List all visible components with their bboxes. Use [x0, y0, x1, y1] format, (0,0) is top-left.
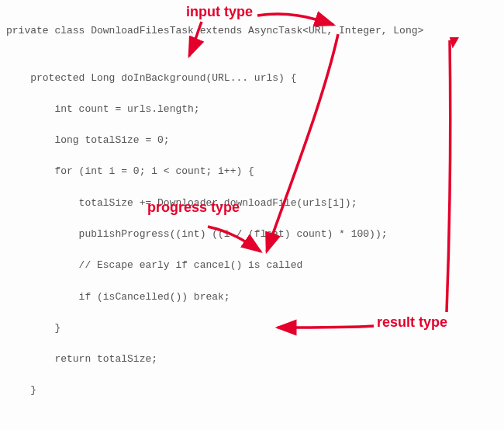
code-line: protected Long doInBackground(URL... url… [6, 71, 498, 86]
annotation-progress-type: progress type [147, 200, 240, 216]
code-line: totalSize += Downloader.downloadFile(url… [6, 196, 498, 211]
code-line: long totalSize = 0; [6, 133, 498, 148]
code-line: } [6, 383, 498, 398]
code-line: // Escape early if cancel() is called [6, 258, 498, 273]
code-line: for (int i = 0; i < count; i++) { [6, 164, 498, 179]
code-line: private class DownloadFilesTask extends … [6, 23, 498, 39]
annotation-result-type: result type [377, 315, 447, 331]
code-snippet: private class DownloadFilesTask extends … [0, 0, 504, 430]
code-line: if (isCancelled()) break; [6, 290, 498, 305]
code-line: publishProgress((int) ((i / (float) coun… [6, 227, 498, 242]
code-line: int count = urls.length; [6, 102, 498, 117]
code-line: return totalSize; [6, 352, 498, 367]
annotation-input-type: input type [186, 5, 253, 20]
